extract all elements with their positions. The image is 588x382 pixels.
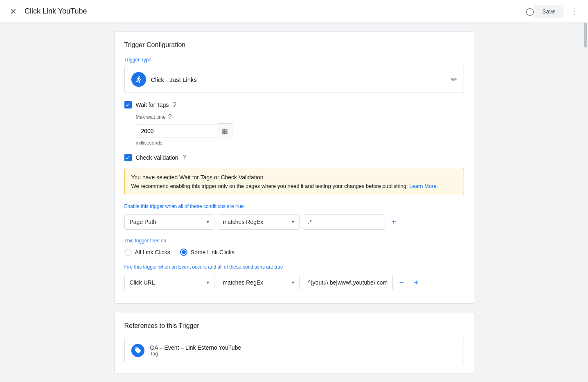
condition-row-2: Click URL ▾ matches RegEx ▾ − +	[124, 275, 464, 290]
warning-title: You have selected Wait for Tags or Check…	[131, 174, 457, 181]
more-menu-button[interactable]: ⋮	[567, 5, 581, 18]
trigger-type-row: Click - Just Links ✏	[124, 66, 464, 93]
radio-some-link-clicks[interactable]: Some Link Clicks	[180, 249, 234, 256]
page-title: Click Link YouTube	[25, 7, 522, 16]
max-wait-input[interactable]	[136, 124, 218, 138]
warning-body: We recommend enabling this trigger only …	[131, 183, 457, 189]
close-button[interactable]: ✕	[7, 5, 20, 18]
add-condition-2-button[interactable]: +	[410, 276, 422, 289]
max-wait-help-icon[interactable]: ?	[168, 113, 172, 121]
topbar-actions: Save ⋮	[534, 5, 581, 18]
condition1-value-input[interactable]	[303, 214, 385, 230]
reference-item: GA – Event – Link Esterno YouTube Tag	[124, 338, 464, 363]
save-button[interactable]: Save	[534, 5, 563, 18]
trigger-type-icon	[131, 72, 146, 87]
chevron-down-icon-3: ▾	[207, 280, 209, 285]
radio-some-label: Some Link Clicks	[191, 249, 234, 255]
max-wait-section: Max wait time ? ▦ milliseconds	[136, 113, 464, 146]
chevron-down-icon: ▾	[207, 219, 209, 225]
chevron-down-icon-2: ▾	[292, 219, 294, 225]
condition1-var-dropdown[interactable]: Page Path ▾	[124, 214, 214, 230]
warning-learn-more-link[interactable]: Learn More.	[409, 183, 438, 189]
add-condition-button[interactable]: +	[388, 216, 400, 228]
radio-some-inner	[182, 250, 186, 254]
reference-info: GA – Event – Link Esterno YouTube Tag	[150, 344, 241, 357]
warning-box: You have selected Wait for Tags or Check…	[124, 168, 464, 195]
check-validation-checkbox[interactable]: ✓	[124, 154, 132, 161]
radio-all-label: All Link Clicks	[135, 249, 170, 255]
fires-on-radio-group: All Link Clicks Some Link Clicks	[124, 249, 464, 256]
wait-for-tags-help-icon[interactable]: ?	[173, 101, 176, 108]
scrollbar[interactable]	[583, 23, 588, 382]
reference-type: Tag	[150, 351, 241, 357]
main-content: Trigger Configuration Trigger Type Click…	[0, 23, 588, 382]
condition1-op-dropdown[interactable]: matches RegEx ▾	[218, 214, 300, 230]
wait-for-tags-checkbox[interactable]: ✓	[124, 101, 132, 108]
wait-for-tags-row: ✓ Wait for Tags ?	[124, 101, 464, 108]
condition2-value-input[interactable]	[303, 275, 393, 290]
radio-all-link-clicks[interactable]: All Link Clicks	[124, 249, 170, 256]
enable-conditions-label: Enable this trigger when all of these co…	[124, 203, 464, 209]
trigger-type-label: Trigger Type	[124, 57, 464, 63]
condition2-op-dropdown[interactable]: matches RegEx ▾	[218, 275, 300, 290]
references-card: References to this Trigger GA – Event – …	[114, 312, 474, 373]
reference-name: GA – Event – Link Esterno YouTube	[150, 344, 241, 351]
max-wait-label: Max wait time ?	[136, 113, 464, 121]
edit-trigger-type-button[interactable]: ✏	[451, 75, 457, 84]
scrollbar-thumb[interactable]	[584, 23, 587, 47]
references-card-title: References to this Trigger	[124, 322, 464, 330]
max-wait-unit: milliseconds	[136, 140, 464, 146]
trigger-type-name: Click - Just Links	[151, 76, 197, 83]
condition2-var-dropdown[interactable]: Click URL ▾	[124, 275, 214, 290]
max-wait-input-group: ▦	[136, 123, 464, 138]
check-validation-row: ✓ Check Validation ?	[124, 154, 464, 161]
radio-all-outer	[124, 249, 132, 256]
card-title: Trigger Configuration	[124, 41, 464, 49]
folder-icon[interactable]: ◯	[526, 7, 534, 16]
reference-tag-icon	[131, 344, 144, 357]
condition-row-1: Page Path ▾ matches RegEx ▾ +	[124, 214, 464, 230]
topbar: ✕ Click Link YouTube ◯ Save ⋮	[0, 0, 588, 23]
fires-on-label: This trigger fires on	[124, 238, 464, 244]
check-validation-help-icon[interactable]: ?	[182, 154, 186, 161]
trigger-config-card: Trigger Configuration Trigger Type Click…	[114, 31, 474, 304]
max-wait-icon-btn[interactable]: ▦	[218, 123, 232, 138]
wait-for-tags-label: Wait for Tags	[136, 102, 169, 108]
chevron-down-icon-4: ▾	[292, 280, 294, 285]
trigger-type-left: Click - Just Links	[131, 72, 197, 87]
remove-condition-button[interactable]: −	[396, 276, 408, 289]
radio-some-outer	[180, 249, 187, 256]
fire-condition-label: Fire this trigger when an Event occurs a…	[124, 264, 464, 270]
check-validation-label: Check Validation	[136, 154, 178, 161]
